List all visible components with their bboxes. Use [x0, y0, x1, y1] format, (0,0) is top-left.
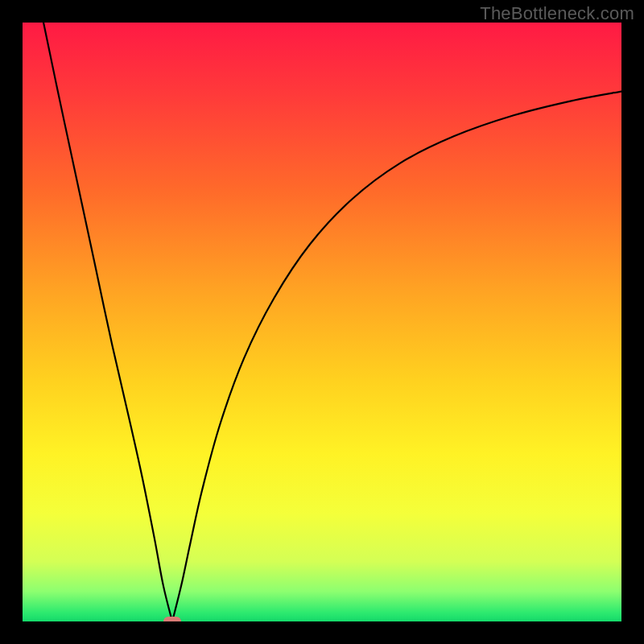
- outer-frame: TheBottleneck.com: [0, 0, 644, 644]
- watermark-text: TheBottleneck.com: [480, 3, 634, 24]
- optimum-marker: [163, 617, 181, 621]
- plot-area: [23, 23, 621, 621]
- bottleneck-curve: [23, 23, 621, 621]
